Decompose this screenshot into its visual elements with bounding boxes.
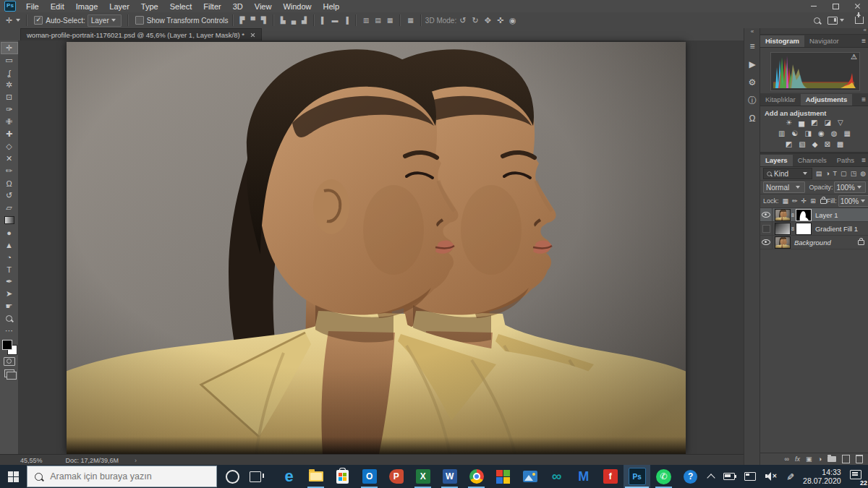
tab-close-icon[interactable] bbox=[250, 33, 255, 38]
filter-toggle-icon[interactable]: ◍ bbox=[860, 170, 866, 177]
taskbar-outlook[interactable]: O bbox=[356, 465, 383, 488]
taskbar-chrome[interactable] bbox=[463, 465, 490, 488]
gradient-fill-mask-thumbnail[interactable] bbox=[796, 223, 812, 235]
zoom-level[interactable]: 45,55% bbox=[20, 457, 43, 464]
photo-filter-icon[interactable]: ◉ bbox=[818, 129, 825, 138]
clone-stamp-tool[interactable]: Ω bbox=[1, 177, 18, 189]
distribute-center-icon[interactable]: ▬ bbox=[331, 17, 338, 24]
taskbar-whatsapp[interactable]: ✆ bbox=[650, 465, 677, 488]
quick-selection-tool[interactable]: ✲ bbox=[1, 79, 18, 91]
distribute-bottom-icon[interactable]: ▦ bbox=[387, 17, 393, 24]
brightness-contrast-icon[interactable]: ☀ bbox=[786, 119, 792, 127]
marquee-tool[interactable]: ▭ bbox=[1, 54, 18, 67]
tool-presets-panel-icon[interactable]: ⚙ bbox=[745, 75, 760, 90]
menu-3d[interactable]: 3D bbox=[227, 1, 249, 12]
channel-mixer-icon[interactable]: ◍ bbox=[831, 129, 838, 138]
align-left-icon[interactable]: ▙ bbox=[281, 17, 286, 24]
delete-layer-icon[interactable] bbox=[856, 455, 863, 463]
actions-panel-icon[interactable]: ▶ bbox=[745, 57, 760, 72]
task-view-icon[interactable] bbox=[250, 471, 262, 482]
current-tool-icon[interactable]: ✛ bbox=[6, 13, 12, 27]
adjustments-panel-menu-icon[interactable]: ≡ bbox=[861, 95, 866, 103]
lasso-tool[interactable]: ʆ bbox=[1, 67, 18, 79]
gradient-map-icon[interactable]: ▩ bbox=[837, 140, 843, 149]
new-layer-icon[interactable] bbox=[842, 455, 850, 463]
blur-tool[interactable]: ● bbox=[1, 226, 18, 239]
tray-expand-icon[interactable] bbox=[707, 474, 715, 481]
lock-position-icon[interactable]: ✛ bbox=[801, 197, 807, 205]
menu-layer[interactable]: Layer bbox=[103, 1, 135, 12]
workspace-caret-icon[interactable] bbox=[840, 19, 844, 22]
link-layers-icon[interactable]: ∞ bbox=[785, 455, 789, 463]
taskbar-help[interactable]: ? bbox=[677, 465, 704, 488]
posterize-icon[interactable]: ▧ bbox=[799, 140, 805, 149]
mask-link-icon[interactable]: 8 bbox=[791, 226, 794, 231]
menu-edit[interactable]: Edit bbox=[45, 1, 70, 12]
tab-layers[interactable]: Layers bbox=[760, 155, 793, 166]
expand-dock-icon[interactable]: « bbox=[751, 29, 754, 35]
histogram-panel-menu-icon[interactable]: ≡ bbox=[861, 37, 866, 45]
taskbar-powerpoint[interactable]: P bbox=[383, 465, 409, 488]
layer-name[interactable]: Layer 1 bbox=[815, 211, 838, 219]
canvas-document[interactable] bbox=[67, 42, 686, 454]
histogram-warning-icon[interactable]: ⚠ bbox=[851, 53, 857, 61]
collapse-panels-icon[interactable]: « bbox=[864, 27, 867, 33]
fill-dropdown[interactable]: 100% bbox=[838, 195, 868, 207]
gradient-tool[interactable] bbox=[1, 214, 18, 226]
menu-image[interactable]: Image bbox=[70, 1, 104, 12]
lock-all-icon[interactable] bbox=[820, 199, 827, 204]
mask-link-icon[interactable]: 8 bbox=[791, 213, 794, 218]
search-icon[interactable] bbox=[814, 17, 820, 24]
network-display-icon[interactable] bbox=[744, 472, 756, 481]
align-right-icon[interactable]: ▟ bbox=[302, 17, 307, 24]
cortana-icon[interactable] bbox=[226, 470, 239, 484]
menu-filter[interactable]: Filter bbox=[197, 1, 226, 12]
visibility-toggle[interactable] bbox=[760, 222, 773, 235]
info-panel-icon[interactable]: ⓘ bbox=[745, 93, 760, 108]
visibility-toggle[interactable] bbox=[760, 236, 773, 249]
layers-panel-menu-icon[interactable]: ≡ bbox=[861, 156, 866, 164]
distribute-top-icon[interactable]: ▥ bbox=[363, 17, 370, 24]
black-white-icon[interactable]: ◨ bbox=[805, 129, 812, 138]
edit-toolbar-button[interactable]: ⋯ bbox=[1, 325, 18, 337]
filter-shape-layers-icon[interactable]: ▢ bbox=[841, 170, 847, 177]
layer-row-gradient-fill[interactable]: 8 Gradient Fill 1 bbox=[760, 222, 868, 236]
filter-smart-objects-icon[interactable]: ◳ bbox=[851, 170, 857, 177]
3d-pan-icon[interactable]: ✥ bbox=[485, 16, 491, 25]
menu-type[interactable]: Type bbox=[135, 1, 164, 12]
menu-window[interactable]: Window bbox=[277, 1, 317, 12]
color-balance-icon[interactable]: ☯ bbox=[792, 129, 799, 138]
move-tool[interactable]: ✛ bbox=[1, 42, 18, 54]
zoom-tool[interactable] bbox=[1, 312, 18, 325]
menu-view[interactable]: View bbox=[249, 1, 278, 12]
taskbar-edge[interactable]: e bbox=[276, 465, 302, 488]
menu-help[interactable]: Help bbox=[318, 1, 346, 12]
path-selection-tool[interactable]: ➤ bbox=[1, 288, 18, 300]
history-brush-tool[interactable]: ↺ bbox=[1, 189, 18, 202]
tab-libraries[interactable]: Kitaplıklar bbox=[760, 94, 801, 106]
eraser-tool[interactable]: ▱ bbox=[1, 202, 18, 214]
distribute-right-icon[interactable]: ▐ bbox=[344, 17, 348, 24]
align-bottom-icon[interactable]: ▜ bbox=[261, 17, 266, 24]
align-middle-icon[interactable]: ▀ bbox=[250, 17, 255, 24]
status-expand-icon[interactable]: › bbox=[135, 457, 137, 464]
3d-slide-icon[interactable]: ✜ bbox=[497, 16, 503, 25]
layer1-mask-thumbnail[interactable] bbox=[796, 209, 812, 221]
align-top-icon[interactable]: ▛ bbox=[240, 17, 245, 24]
taskbar-photoshop[interactable]: Ps bbox=[624, 465, 650, 488]
taskbar-photos-app[interactable] bbox=[516, 465, 543, 488]
battery-icon[interactable] bbox=[723, 473, 735, 480]
threshold-icon[interactable]: ◆ bbox=[812, 140, 818, 149]
show-transform-checkbox[interactable] bbox=[135, 16, 144, 25]
lock-pixels-icon[interactable]: ✏ bbox=[792, 197, 798, 205]
distribute-left-icon[interactable]: ▌ bbox=[321, 17, 326, 24]
taskbar-infinity-app[interactable]: ∞ bbox=[543, 465, 570, 488]
3d-scale-icon[interactable]: ◉ bbox=[509, 16, 516, 25]
tool-preset-caret-icon[interactable] bbox=[16, 19, 20, 22]
dodge-tool[interactable]: ◔ bbox=[1, 251, 18, 263]
sharpen-tool[interactable]: ▲ bbox=[1, 239, 18, 251]
eyedropper-tool[interactable]: ✑ bbox=[1, 103, 18, 116]
layer-style-icon[interactable]: fx bbox=[795, 455, 800, 463]
tab-paths[interactable]: Paths bbox=[832, 155, 859, 166]
align-center-icon[interactable]: ▄ bbox=[292, 17, 296, 24]
